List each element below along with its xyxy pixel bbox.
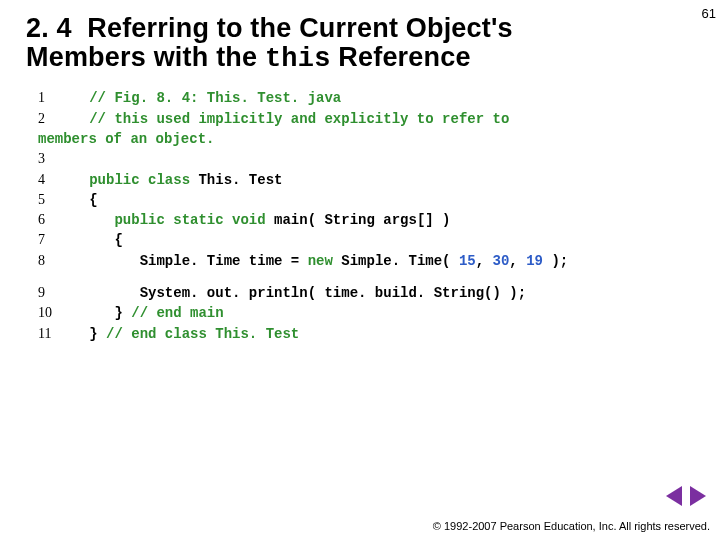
code-comment: // Fig. 8. 4: This. Test. java — [89, 90, 341, 106]
prev-arrow-icon[interactable] — [666, 486, 682, 506]
line-number: 9 — [38, 283, 64, 303]
code-text: } — [89, 326, 97, 342]
code-comment: // this used implicitly and explicitly t… — [89, 111, 509, 127]
line-number: 2 — [38, 109, 64, 129]
code-value: 15 — [459, 253, 476, 269]
code-text: Simple. Time time = — [140, 253, 300, 269]
line-number: 10 — [38, 303, 64, 323]
slide-content: 2. 4 Referring to the Current Object's M… — [0, 0, 720, 344]
code-text: , — [476, 253, 484, 269]
line-number: 5 — [38, 190, 64, 210]
line-number: 8 — [38, 251, 64, 271]
code-text: { — [114, 232, 122, 248]
code-comment: // end class This. Test — [106, 326, 299, 342]
code-keyword: new — [308, 253, 333, 269]
line-number: 6 — [38, 210, 64, 230]
section-number: 2. 4 — [26, 13, 72, 43]
next-arrow-icon[interactable] — [690, 486, 706, 506]
code-text: , — [509, 253, 517, 269]
nav-controls — [664, 486, 708, 510]
code-value: 30 — [493, 253, 510, 269]
heading-code-word: this — [265, 44, 331, 74]
page-number: 61 — [702, 6, 716, 21]
code-text: Simple. Time( — [341, 253, 450, 269]
code-comment: members of an object. — [38, 131, 214, 147]
code-comment: // end main — [131, 305, 223, 321]
code-value: 19 — [526, 253, 543, 269]
code-text: { — [89, 192, 97, 208]
line-number: 3 — [38, 149, 64, 169]
code-text: This. Test — [198, 172, 282, 188]
code-text: System. out. println( time. build. Strin… — [140, 285, 526, 301]
section-heading: 2. 4 Referring to the Current Object's M… — [26, 14, 546, 74]
code-text: main( String args[] ) — [274, 212, 450, 228]
line-number: 7 — [38, 230, 64, 250]
code-text: ); — [551, 253, 568, 269]
heading-text-after: Reference — [338, 42, 470, 72]
line-number: 11 — [38, 324, 64, 344]
code-block-1: 1 // Fig. 8. 4: This. Test. java 2 // th… — [26, 88, 694, 271]
code-keyword: public class — [89, 172, 190, 188]
line-number: 4 — [38, 170, 64, 190]
line-number: 1 — [38, 88, 64, 108]
footer-copyright: © 1992-2007 Pearson Education, Inc. All … — [433, 520, 710, 532]
code-text: } — [114, 305, 122, 321]
code-block-2: 9 System. out. println( time. build. Str… — [26, 283, 694, 344]
code-keyword: public static void — [114, 212, 265, 228]
